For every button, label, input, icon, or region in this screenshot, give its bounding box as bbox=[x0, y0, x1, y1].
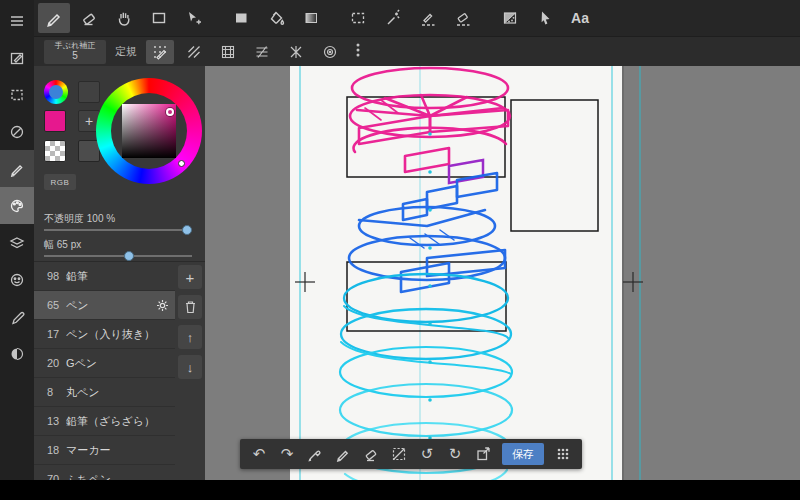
deselect-icon bbox=[9, 124, 25, 140]
pen-tool-button[interactable] bbox=[38, 3, 70, 33]
select-rect-icon bbox=[9, 87, 25, 103]
menu-button[interactable] bbox=[0, 2, 34, 39]
plus-icon: + bbox=[186, 269, 195, 286]
brush-item-selected[interactable]: 65 ペン bbox=[34, 291, 175, 320]
color-wheel-toggle[interactable] bbox=[44, 80, 68, 104]
opacity-handle[interactable] bbox=[182, 225, 192, 235]
ruler-grid-button[interactable] bbox=[214, 40, 242, 64]
select-panel-button[interactable] bbox=[0, 76, 34, 113]
brush-name: マーカー bbox=[66, 443, 111, 458]
stabilizer-button[interactable]: 手ぶれ補正 5 bbox=[44, 40, 106, 64]
rotate-cw-button[interactable]: ↻ bbox=[442, 442, 468, 466]
hamburger-icon bbox=[9, 13, 25, 29]
edit-icon bbox=[9, 50, 25, 66]
eraser-icon bbox=[80, 9, 98, 27]
undo-button[interactable]: ↶ bbox=[246, 442, 272, 466]
opacity-slider[interactable] bbox=[44, 225, 192, 235]
brush-size: 98 bbox=[34, 270, 60, 282]
redo-button[interactable]: ↷ bbox=[274, 442, 300, 466]
eraser-mode-button[interactable] bbox=[358, 442, 384, 466]
move-brush-up-button[interactable]: ↑ bbox=[178, 325, 202, 349]
brush-size: 8 bbox=[34, 386, 60, 398]
edit-canvas-button[interactable] bbox=[0, 39, 34, 76]
ruler-more-button[interactable] bbox=[350, 42, 366, 61]
width-slider[interactable] bbox=[44, 251, 192, 261]
canvas-viewport[interactable] bbox=[205, 66, 800, 480]
snap-grid-icon bbox=[152, 44, 168, 60]
brush-item[interactable]: 98 鉛筆 bbox=[34, 262, 175, 291]
save-button[interactable]: 保存 bbox=[502, 443, 544, 465]
transparent-color-swatch[interactable] bbox=[44, 140, 66, 162]
color-brush-panel: + RGB 不透明度 100 % 幅 65 px 98 鉛筆 bbox=[34, 66, 205, 480]
layers-panel-button[interactable] bbox=[0, 224, 34, 261]
rgb-label: RGB bbox=[51, 178, 70, 187]
select-eraser-tool-button[interactable] bbox=[447, 3, 479, 33]
eraser-icon bbox=[363, 446, 379, 462]
marquee-select-tool-button[interactable] bbox=[342, 3, 374, 33]
pen-icon bbox=[45, 9, 63, 27]
delete-brush-button[interactable] bbox=[178, 295, 202, 319]
stylus-settings-button[interactable] bbox=[0, 298, 34, 335]
fill-rect-tool-button[interactable] bbox=[225, 3, 257, 33]
hand-tool-button[interactable] bbox=[108, 3, 140, 33]
brush-name: 丸ペン bbox=[66, 385, 100, 400]
material-panel-button[interactable] bbox=[0, 261, 34, 298]
rectangle-icon bbox=[150, 9, 168, 27]
export-button[interactable] bbox=[470, 442, 496, 466]
rotate-ccw-button[interactable]: ↺ bbox=[414, 442, 440, 466]
hue-indicator[interactable] bbox=[178, 160, 185, 167]
rect-tool-button[interactable] bbox=[143, 3, 175, 33]
ruler-concentric-button[interactable] bbox=[316, 40, 344, 64]
parallel-lines-icon bbox=[186, 44, 202, 60]
wand-tool-button[interactable] bbox=[377, 3, 409, 33]
rotate-cw-icon: ↻ bbox=[449, 445, 462, 463]
add-brush-button[interactable]: + bbox=[178, 265, 202, 289]
deselect-button[interactable] bbox=[386, 442, 412, 466]
transform-tool-button[interactable] bbox=[178, 3, 210, 33]
crosshatch-icon bbox=[288, 44, 304, 60]
rgb-mode-button[interactable]: RGB bbox=[44, 174, 76, 190]
deselect-button[interactable] bbox=[0, 113, 34, 150]
select-eraser-icon bbox=[454, 9, 472, 27]
bucket-tool-button[interactable] bbox=[260, 3, 292, 33]
text-tool-button[interactable]: Aa bbox=[564, 3, 596, 33]
ruler-snap-grid-button[interactable] bbox=[146, 40, 174, 64]
sv-indicator[interactable] bbox=[166, 108, 174, 116]
brush-item[interactable]: 17 ペン（入り抜き） bbox=[34, 320, 175, 349]
brush-item[interactable]: 8 丸ペン bbox=[34, 378, 175, 407]
palette-grid-toggle[interactable] bbox=[78, 81, 100, 103]
brush-settings-gear-icon[interactable] bbox=[156, 299, 169, 314]
toolbar-grid-button[interactable] bbox=[550, 442, 576, 466]
cursor-tool-button[interactable] bbox=[529, 3, 561, 33]
ruler-cross-button[interactable] bbox=[282, 40, 310, 64]
eyedropper-icon bbox=[307, 446, 323, 462]
brush-panel-button[interactable] bbox=[0, 150, 34, 187]
gradient-tool-button[interactable] bbox=[295, 3, 327, 33]
undo-icon: ↶ bbox=[253, 445, 266, 463]
brush-item[interactable]: 20 Gペン bbox=[34, 349, 175, 378]
brush-item[interactable]: 13 鉛筆（ざらざら） bbox=[34, 407, 175, 436]
ruler-parallel-button[interactable] bbox=[180, 40, 208, 64]
brush-item[interactable]: 70 ふちペン bbox=[34, 465, 175, 480]
kebab-menu-icon bbox=[356, 42, 360, 58]
layers-icon bbox=[9, 235, 25, 251]
hue-wheel[interactable] bbox=[96, 78, 202, 184]
eraser-tool-button[interactable] bbox=[73, 3, 105, 33]
select-pen-tool-button[interactable] bbox=[412, 3, 444, 33]
magic-wand-icon bbox=[384, 9, 402, 27]
width-handle[interactable] bbox=[124, 251, 134, 261]
opacity-label: 不透明度 100 % bbox=[44, 212, 115, 226]
halfmoon-panel-button[interactable] bbox=[0, 335, 34, 372]
brush-name: ふちペン bbox=[66, 472, 111, 481]
brush-mode-button[interactable] bbox=[330, 442, 356, 466]
android-nav-bar[interactable] bbox=[0, 480, 800, 500]
paint-app: Aa 手ぶれ補正 5 定規 bbox=[0, 0, 800, 500]
halftone-tool-button[interactable] bbox=[494, 3, 526, 33]
color-panel-button[interactable] bbox=[0, 187, 34, 224]
brush-item[interactable]: 18 マーカー bbox=[34, 436, 175, 465]
foreground-color-swatch[interactable] bbox=[44, 110, 66, 132]
smiley-icon bbox=[9, 272, 25, 288]
move-brush-down-button[interactable]: ↓ bbox=[178, 355, 202, 379]
ruler-lines-button[interactable] bbox=[248, 40, 276, 64]
eyedropper-button[interactable] bbox=[302, 442, 328, 466]
